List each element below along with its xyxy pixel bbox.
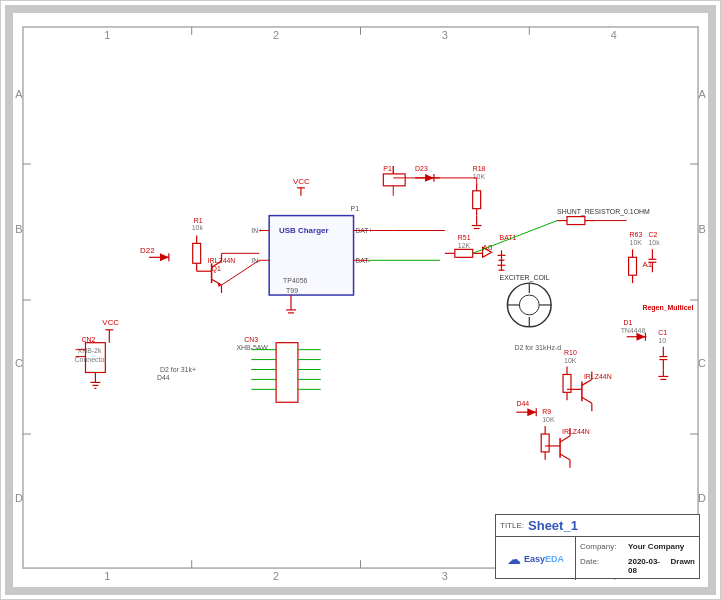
svg-text:10K: 10K [542, 416, 555, 423]
svg-marker-44 [160, 253, 169, 261]
svg-text:R9: R9 [542, 408, 551, 415]
svg-text:D2 for 31kHz-d: D2 for 31kHz-d [514, 344, 561, 351]
svg-text:CN3: CN3 [244, 336, 258, 343]
svg-text:10K: 10K [630, 239, 643, 246]
svg-text:10: 10 [658, 337, 666, 344]
svg-text:C: C [15, 357, 23, 369]
svg-text:3: 3 [442, 29, 448, 41]
svg-rect-86 [473, 191, 481, 209]
svg-rect-173 [276, 343, 298, 403]
svg-text:3: 3 [442, 570, 448, 582]
svg-text:VCC: VCC [293, 177, 310, 186]
date-row: Date: 2020-03-08 Drawn [580, 557, 695, 575]
svg-text:P1: P1 [351, 205, 360, 212]
svg-rect-94 [455, 249, 473, 257]
date-value: 2020-03-08 [628, 557, 665, 575]
svg-line-152 [582, 397, 592, 403]
svg-text:SHUNT_RESISTOR_0.1OHM: SHUNT_RESISTOR_0.1OHM [557, 208, 650, 216]
title-block-info: Company: Your Company Date: 2020-03-08 D… [576, 537, 699, 580]
svg-text:B: B [698, 223, 705, 235]
svg-text:D: D [698, 492, 706, 504]
svg-text:R1: R1 [194, 217, 203, 224]
svg-text:4: 4 [611, 29, 617, 41]
svg-text:10K: 10K [564, 357, 577, 364]
svg-text:EXCITER_COIL: EXCITER_COIL [500, 274, 550, 282]
svg-text:TN4448: TN4448 [621, 327, 646, 334]
svg-text:Regen_Multicel: Regen_Multicel [642, 304, 693, 312]
schematic-svg: 1 2 3 4 1 2 3 4 A B C D A B C D [13, 13, 708, 587]
svg-text:TP4056: TP4056 [283, 277, 307, 284]
svg-text:1: 1 [104, 570, 110, 582]
svg-rect-76 [383, 174, 405, 186]
date-label: Date: [580, 557, 628, 575]
svg-text:R51: R51 [458, 234, 471, 241]
svg-text:10k: 10k [192, 225, 204, 232]
svg-text:10K: 10K [473, 173, 486, 180]
svg-text:VCC: VCC [102, 318, 119, 327]
logo-text: EasyEDA [524, 554, 564, 564]
svg-rect-49 [193, 243, 201, 263]
svg-text:10k: 10k [648, 239, 660, 246]
svg-text:R63: R63 [630, 231, 643, 238]
easyeda-logo: ☁ EasyEDA [496, 537, 576, 580]
company-label: Company: [580, 542, 628, 551]
svg-text:A1: A1 [642, 260, 652, 269]
svg-point-122 [519, 295, 539, 315]
svg-text:1: 1 [104, 29, 110, 41]
svg-marker-131 [637, 333, 646, 341]
svg-text:2: 2 [273, 29, 279, 41]
svg-rect-0 [23, 27, 698, 568]
svg-marker-157 [527, 408, 536, 416]
schematic-inner: 1 2 3 4 1 2 3 4 A B C D A B C D [13, 13, 708, 587]
svg-text:D: D [15, 492, 23, 504]
title-block: TITLE: Sheet_1 ☁ EasyEDA Company: [495, 514, 700, 579]
svg-text:D44: D44 [516, 400, 529, 407]
svg-text:BAT1: BAT1 [500, 234, 517, 241]
title-label: TITLE: [500, 521, 524, 530]
svg-text:D23: D23 [415, 165, 428, 172]
svg-rect-106 [567, 217, 585, 225]
svg-line-168 [560, 454, 570, 460]
svg-text:R10: R10 [564, 349, 577, 356]
schematic-title: Sheet_1 [528, 518, 578, 533]
svg-text:B: B [15, 223, 22, 235]
svg-text:D44: D44 [157, 374, 170, 381]
schematic-area: 1 2 3 4 1 2 3 4 A B C D A B C D [5, 5, 716, 595]
svg-text:T99: T99 [286, 287, 298, 294]
svg-text:2: 2 [273, 570, 279, 582]
svg-text:C2: C2 [648, 231, 657, 238]
company-value: Your Company [628, 542, 684, 551]
svg-text:R18: R18 [473, 165, 486, 172]
svg-rect-111 [629, 257, 637, 275]
svg-text:C: C [698, 357, 706, 369]
svg-text:IRLZ44N: IRLZ44N [562, 428, 590, 435]
svg-text:A: A [698, 88, 706, 100]
svg-text:C1: C1 [658, 329, 667, 336]
svg-text:D1: D1 [624, 319, 633, 326]
svg-text:A: A [15, 88, 23, 100]
svg-text:USB Charger: USB Charger [279, 226, 328, 235]
svg-rect-162 [541, 434, 549, 452]
svg-text:CN2: CN2 [82, 336, 96, 343]
drawn-value: Drawn [671, 557, 695, 575]
svg-line-167 [560, 436, 570, 442]
svg-text:P1: P1 [383, 165, 392, 172]
main-window: 1 2 3 4 1 2 3 4 A B C D A B C D [0, 0, 721, 600]
company-row: Company: Your Company [580, 542, 695, 551]
svg-text:D22: D22 [140, 246, 155, 255]
cloud-icon: ☁ [507, 551, 521, 567]
svg-text:IRLZ44N: IRLZ44N [584, 373, 612, 380]
svg-text:D2 for 31k+: D2 for 31k+ [160, 366, 196, 373]
svg-text:12K: 12K [458, 242, 471, 249]
svg-line-198 [473, 221, 557, 254]
